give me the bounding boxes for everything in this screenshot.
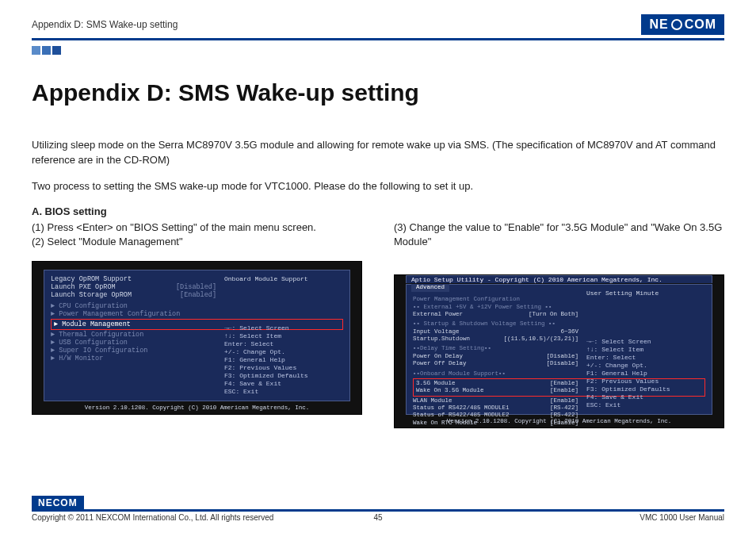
bios-right-hints: →←: Select Screen ↑↓: Select Item Enter:… (586, 338, 705, 409)
bios-right-line: User Setting Hour0 (413, 427, 705, 428)
bios-left-line: Launch Storage OpROM[Enabled] (51, 291, 343, 299)
intro-p2: Two process to setting the SMS wake-up m… (32, 179, 724, 194)
breadcrumb: Appendix D: SMS Wake-up setting (32, 19, 178, 30)
step-2: (2) Select "Module Management" (32, 235, 362, 250)
bios-left-line: ► CPU Configuration (51, 302, 343, 310)
logo-text-right: COM (685, 17, 716, 32)
bios-right-titlebar: Aptio Setup Utility - Copyright (C) 2010… (406, 275, 712, 283)
bios-screenshot-left: Onboard Module Support Legacy OpROM Supp… (32, 261, 362, 415)
right-column: (3) Change the value to "Enable" for "3.… (394, 220, 724, 429)
bios-screenshot-right: Aptio Setup Utility - Copyright (C) 2010… (394, 274, 724, 428)
bios-right-line: ▪▪ Startup & Shutdown Voltage Setting ▪▪ (413, 320, 705, 328)
intro-block: Utilizing sleep mode on the Serra MC8970… (32, 138, 724, 194)
footer-bar: NECOM Copyright © 2011 NEXCOM Internatio… (32, 509, 724, 522)
bios-left-line: ► Power Management Configuration (51, 310, 343, 318)
footer-copyright: Copyright © 2011 NEXCOM International Co… (32, 513, 273, 522)
bios-right-footer: Version 2.10.1208. Copyright (C) 2010 Am… (406, 418, 712, 424)
page-title: Appendix D: SMS Wake-up setting (32, 79, 724, 106)
bios-left-hints: →←: Select Screen ↑↓: Select Item Enter:… (224, 324, 343, 396)
two-column-layout: (1) Press <Enter> on "BIOS Setting" of t… (32, 220, 724, 429)
bios-left-side-title: Onboard Module Support (224, 275, 343, 283)
page-number: 45 (373, 513, 382, 522)
logo-text-left: NE (649, 17, 668, 32)
header-logo: NE COM (641, 14, 724, 35)
bios-left-line: Launch PXE OpROM[Disabled] (51, 283, 343, 291)
bios-right-line: External Power[Turn On Both] (413, 311, 705, 318)
header-bar: Appendix D: SMS Wake-up setting NE COM (32, 14, 724, 40)
bios-right-tab: Advanced (411, 284, 449, 291)
gear-icon (671, 19, 682, 30)
step-3: (3) Change the value to "Enable" for "3.… (394, 220, 724, 251)
step-1: (1) Press <Enter> on "BIOS Setting" of t… (32, 220, 362, 236)
intro-p1: Utilizing sleep mode on the Serra MC8970… (32, 138, 724, 168)
footer-logo: NECOM (32, 496, 84, 511)
bios-right-side-title: User Setting Minute (586, 290, 705, 297)
footer-manual: VMC 1000 User Manual (640, 513, 724, 522)
bios-right-line: Input Voltage6~36V (413, 328, 705, 336)
section-a-heading: A. BIOS setting (32, 205, 724, 217)
bios-right-line: ▪▪ External +5V & +12V Power Setting ▪▪ (413, 304, 705, 311)
left-column: (1) Press <Enter> on "BIOS Setting" of t… (32, 220, 362, 429)
decorative-squares (32, 45, 724, 57)
bios-left-footer: Version 2.10.1208. Copyright (C) 2010 Am… (44, 405, 350, 411)
